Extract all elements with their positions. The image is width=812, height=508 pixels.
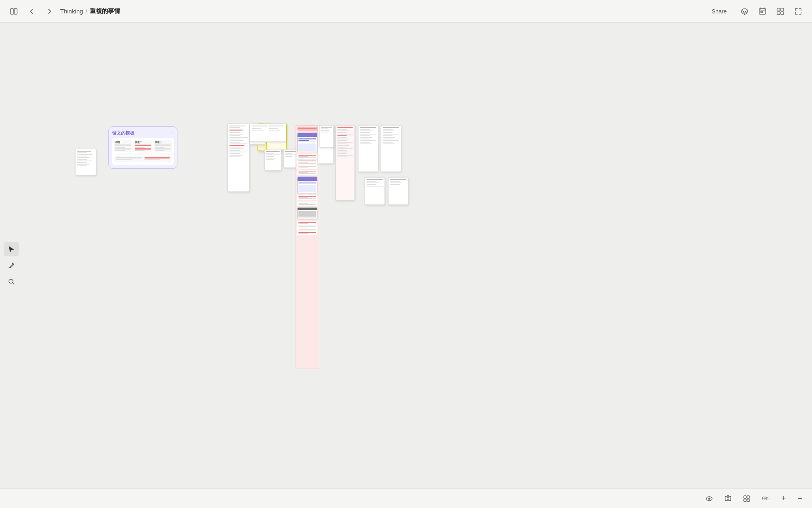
note-card-body: 標題一 標題二 標題三 — [112, 138, 174, 165]
breadcrumb: Thinking / 重複的事情 — [60, 7, 120, 15]
center-doc-1[interactable] — [264, 150, 281, 171]
far-right-doc-4[interactable] — [388, 177, 408, 205]
forward-button[interactable] — [42, 4, 57, 19]
top-bar-right: Share — [704, 4, 806, 19]
breadcrumb-separator: / — [86, 8, 87, 15]
svg-rect-16 — [744, 499, 746, 501]
calendar-button[interactable] — [755, 4, 770, 19]
zoom-in-button[interactable]: + — [778, 493, 789, 504]
layers-bottom-button[interactable] — [740, 492, 754, 506]
svg-rect-1 — [14, 9, 17, 14]
svg-rect-3 — [760, 11, 762, 13]
select-tool-button[interactable] — [4, 242, 19, 256]
canvas[interactable]: 發文的模板 ··· 標題一 標題二 — [0, 23, 812, 508]
right-white-doc-2[interactable] — [319, 125, 334, 148]
note-card-menu[interactable]: ··· — [171, 131, 174, 135]
svg-rect-6 — [781, 8, 784, 11]
screenshot-button[interactable] — [721, 492, 735, 506]
svg-rect-7 — [777, 12, 780, 15]
far-right-doc-1[interactable] — [358, 125, 378, 172]
svg-rect-8 — [781, 12, 784, 15]
left-toolbar — [4, 242, 19, 289]
top-bar: Thinking / 重複的事情 Share — [0, 0, 812, 23]
small-text-doc[interactable] — [75, 149, 96, 175]
note-card-post-template[interactable]: 發文的模板 ··· 標題一 標題二 — [108, 126, 179, 169]
svg-rect-14 — [744, 496, 746, 498]
far-right-doc-2[interactable] — [381, 125, 401, 172]
svg-rect-5 — [777, 8, 780, 11]
svg-point-13 — [727, 497, 729, 499]
fullscreen-button[interactable] — [791, 4, 806, 19]
breadcrumb-parent[interactable]: Thinking — [60, 8, 83, 15]
eye-button[interactable] — [702, 492, 716, 506]
svg-rect-0 — [11, 9, 13, 14]
tall-text-doc-1[interactable] — [227, 124, 250, 192]
svg-rect-4 — [762, 11, 763, 13]
svg-rect-12 — [725, 496, 731, 501]
svg-rect-15 — [747, 496, 749, 498]
top-doc-2[interactable] — [250, 124, 286, 142]
sidebar-toggle-button[interactable] — [6, 4, 21, 19]
top-bar-left: Thinking / 重複的事情 — [6, 4, 120, 19]
layers-button[interactable] — [737, 4, 752, 19]
bottom-bar: 9% + − — [0, 488, 812, 508]
note-card-title: 發文的模板 ··· — [112, 130, 174, 136]
far-right-doc-3[interactable] — [365, 177, 385, 205]
pink-document-area[interactable] — [296, 125, 319, 369]
svg-point-11 — [708, 497, 710, 499]
right-pink-doc[interactable] — [335, 125, 355, 200]
zoom-level: 9% — [758, 495, 773, 501]
back-button[interactable] — [24, 4, 39, 19]
share-button[interactable]: Share — [704, 6, 734, 17]
search-tool-button[interactable] — [4, 274, 19, 289]
grid-button[interactable] — [773, 4, 788, 19]
zoom-out-button[interactable]: − — [794, 493, 806, 504]
breadcrumb-current: 重複的事情 — [90, 7, 120, 15]
svg-rect-17 — [747, 499, 749, 501]
pen-tool-button[interactable] — [4, 258, 19, 273]
